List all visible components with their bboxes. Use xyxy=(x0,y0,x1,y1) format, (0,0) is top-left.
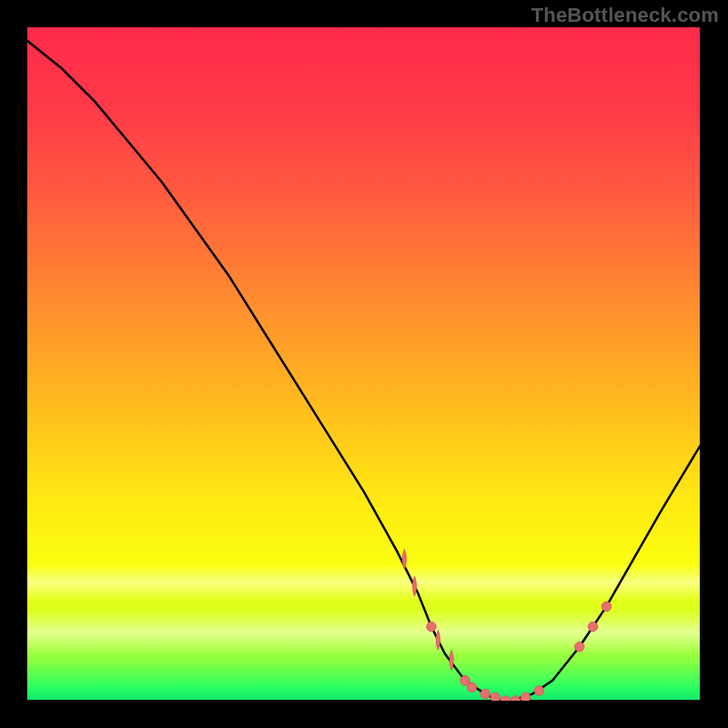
data-marker xyxy=(588,622,597,631)
data-marker xyxy=(500,696,510,701)
data-marker xyxy=(534,686,543,695)
data-marker xyxy=(427,622,436,631)
data-marker xyxy=(575,642,584,652)
data-marker xyxy=(436,630,440,650)
data-marker xyxy=(402,550,406,570)
data-marker xyxy=(480,689,490,698)
watermark-text: TheBottleneck.com xyxy=(531,4,719,27)
data-marker xyxy=(450,651,453,671)
data-markers-group xyxy=(402,550,611,701)
data-marker xyxy=(413,576,417,596)
data-marker xyxy=(602,602,611,611)
data-marker xyxy=(521,693,530,701)
plot-area xyxy=(27,27,701,701)
bottleneck-curve-svg xyxy=(27,27,701,701)
bottleneck-curve-line xyxy=(27,41,701,701)
data-marker xyxy=(490,693,500,701)
data-marker xyxy=(467,682,476,692)
data-marker xyxy=(511,696,520,701)
chart-frame: TheBottleneck.com xyxy=(0,0,728,728)
